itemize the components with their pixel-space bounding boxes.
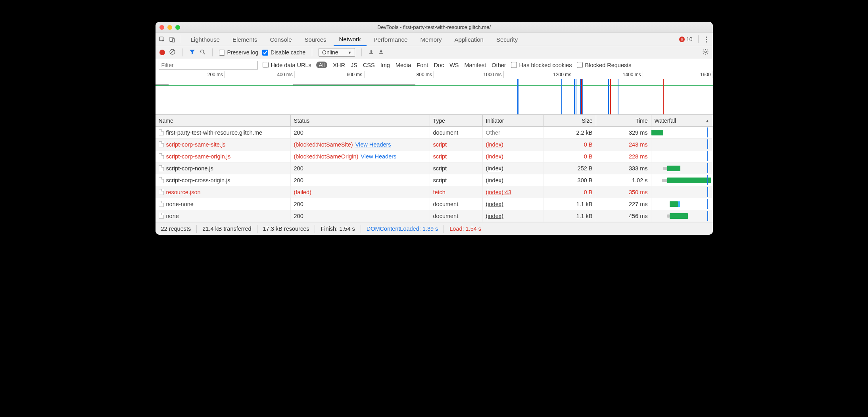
request-size: 0 B	[543, 151, 596, 162]
request-waterfall	[651, 174, 713, 186]
close-window-button[interactable]	[159, 25, 164, 30]
request-row[interactable]: script-corp-same-origin.js(blocked:NotSa…	[156, 151, 713, 162]
window-titlebar: DevTools - first-party-test-with-resourc…	[156, 22, 713, 33]
type-filter-xhr[interactable]: XHR	[333, 62, 345, 68]
type-filter-js[interactable]: JS	[351, 62, 357, 68]
request-initiator[interactable]: (index):43	[486, 189, 511, 195]
filter-input[interactable]	[159, 61, 258, 70]
has-blocked-cookies-label: Has blocked cookies	[519, 62, 572, 68]
tab-sources[interactable]: Sources	[299, 33, 332, 46]
request-initiator[interactable]: (index)	[486, 201, 503, 207]
type-filter-media[interactable]: Media	[396, 62, 411, 68]
type-filter-manifest[interactable]: Manifest	[465, 62, 486, 68]
type-filter-other[interactable]: Other	[492, 62, 506, 68]
has-blocked-cookies-checkbox[interactable]: Has blocked cookies	[511, 62, 572, 68]
search-icon[interactable]	[200, 49, 206, 56]
error-count-badge[interactable]: ✕ 10	[679, 36, 693, 42]
type-filter-all[interactable]: All	[316, 62, 327, 68]
tab-elements[interactable]: Elements	[227, 33, 263, 46]
minimize-window-button[interactable]	[167, 25, 172, 30]
col-status-header[interactable]: Status	[291, 115, 430, 126]
request-initiator[interactable]: (index)	[486, 165, 503, 172]
view-headers-link[interactable]: View Headers	[361, 153, 396, 160]
tab-application[interactable]: Application	[449, 33, 489, 46]
type-filter-css[interactable]: CSS	[363, 62, 375, 68]
request-time: 227 ms	[596, 198, 651, 210]
request-row[interactable]: none200document(index)1.1 kB456 ms	[156, 210, 713, 222]
request-initiator[interactable]: (index)	[486, 141, 503, 148]
svg-point-5	[200, 50, 204, 53]
blocked-requests-input[interactable]	[577, 62, 583, 68]
request-initiator[interactable]: (index)	[486, 213, 503, 219]
request-name: none-none	[166, 201, 194, 207]
disable-cache-checkbox[interactable]: Disable cache	[262, 49, 305, 56]
upload-har-icon[interactable]	[368, 49, 374, 56]
request-size: 300 B	[543, 174, 596, 186]
error-icon: ✕	[679, 37, 685, 42]
col-name-header[interactable]: Name	[156, 115, 291, 126]
clear-button[interactable]	[169, 48, 176, 56]
divider	[698, 35, 699, 43]
timeline-event-marker	[518, 79, 519, 114]
col-waterfall-header[interactable]: Waterfall ▲	[651, 115, 713, 126]
request-row[interactable]: script-corp-none.js200script(index)252 B…	[156, 162, 713, 174]
request-waterfall	[651, 127, 713, 138]
svg-point-9	[705, 51, 706, 52]
has-blocked-cookies-input[interactable]	[511, 62, 517, 68]
col-type-header[interactable]: Type	[430, 115, 483, 126]
blocked-requests-checkbox[interactable]: Blocked Requests	[577, 62, 632, 68]
col-size-header[interactable]: Size	[543, 115, 596, 126]
tab-console[interactable]: Console	[264, 33, 297, 46]
timeline-overview[interactable]: 200 ms400 ms600 ms800 ms1000 ms1200 ms14…	[156, 71, 713, 115]
request-status: 200	[294, 213, 303, 219]
request-initiator[interactable]: (index)	[486, 153, 503, 160]
type-filter-ws[interactable]: WS	[449, 62, 459, 68]
disable-cache-input[interactable]	[262, 50, 268, 56]
throttling-select[interactable]: Online ▼	[319, 48, 355, 57]
settings-icon[interactable]	[702, 48, 709, 56]
waterfall-load-line	[707, 175, 708, 185]
tab-lighthouse[interactable]: Lighthouse	[185, 33, 225, 46]
preserve-log-input[interactable]	[219, 50, 225, 56]
ruler-tick: 200 ms	[207, 71, 225, 78]
device-toolbar-icon[interactable]	[168, 35, 177, 44]
request-initiator[interactable]: (index)	[486, 177, 503, 183]
request-row[interactable]: resource.json(failed)fetch(index):430 B3…	[156, 186, 713, 198]
zoom-window-button[interactable]	[175, 25, 180, 30]
tab-memory[interactable]: Memory	[415, 33, 447, 46]
traffic-lights	[159, 25, 180, 30]
ruler-tick: 1200 ms	[553, 71, 573, 78]
waterfall-load-line	[707, 151, 708, 161]
file-icon	[159, 189, 164, 195]
type-filter-img[interactable]: Img	[380, 62, 390, 68]
request-row[interactable]: first-party-test-with-resource.glitch.me…	[156, 127, 713, 139]
view-headers-link[interactable]: View Headers	[355, 141, 391, 148]
timeline-event-marker	[618, 79, 618, 114]
request-type: document	[430, 210, 483, 222]
type-filter-doc[interactable]: Doc	[434, 62, 444, 68]
download-har-icon[interactable]	[378, 49, 384, 56]
type-filter-font[interactable]: Font	[417, 62, 428, 68]
request-row[interactable]: script-corp-cross-origin.js200script(ind…	[156, 174, 713, 186]
request-row[interactable]: script-corp-same-site.js(blocked:NotSame…	[156, 139, 713, 151]
tab-network[interactable]: Network	[334, 33, 367, 46]
throttling-value: Online	[322, 49, 338, 56]
record-button[interactable]	[159, 50, 165, 55]
tab-performance[interactable]: Performance	[368, 33, 413, 46]
col-time-header[interactable]: Time	[596, 115, 651, 126]
timeline-activity-bar	[293, 84, 415, 85]
preserve-log-checkbox[interactable]: Preserve log	[219, 49, 259, 56]
divider	[182, 48, 182, 56]
request-type: document	[430, 127, 483, 138]
hide-data-urls-input[interactable]	[263, 62, 269, 68]
col-initiator-header[interactable]: Initiator	[483, 115, 543, 126]
more-menu-icon[interactable]	[703, 37, 711, 42]
request-name: script-corp-cross-origin.js	[166, 177, 230, 183]
network-toolbar: Preserve log Disable cache Online ▼	[156, 46, 713, 59]
status-bar: 22 requests 21.4 kB transferred 17.3 kB …	[156, 222, 713, 235]
request-row[interactable]: none-none200document(index)1.1 kB227 ms	[156, 198, 713, 210]
tab-security[interactable]: Security	[491, 33, 523, 46]
inspect-element-icon[interactable]	[158, 35, 167, 44]
filter-icon[interactable]	[189, 48, 196, 56]
hide-data-urls-checkbox[interactable]: Hide data URLs	[263, 62, 311, 68]
